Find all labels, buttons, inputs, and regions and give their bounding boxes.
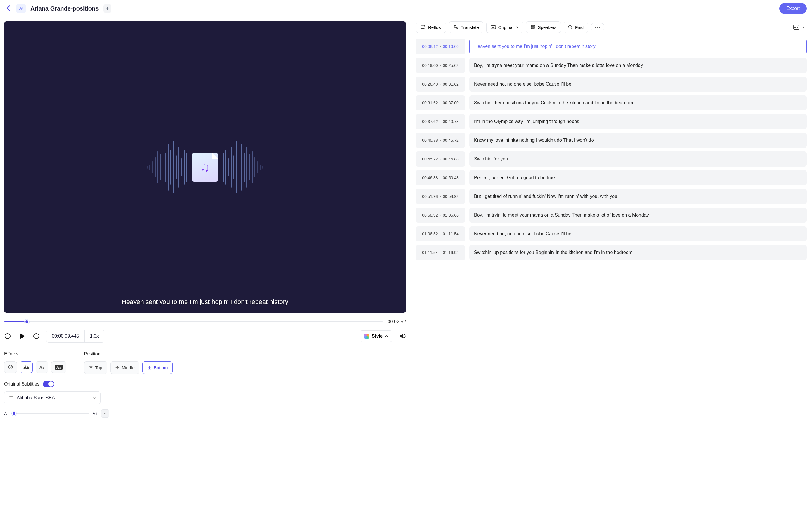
- position-bottom-label: Bottom: [154, 365, 168, 370]
- caption-start: 01:11.54: [422, 250, 438, 255]
- caption-start: 00:08.12: [422, 44, 438, 49]
- add-tab-button[interactable]: +: [103, 4, 112, 13]
- volume-button[interactable]: [399, 333, 406, 340]
- svg-rect-12: [794, 25, 799, 29]
- caption-time[interactable]: 00:46.88-00:50.48: [416, 170, 465, 185]
- chevron-down-icon: [516, 26, 519, 28]
- caption-end: 00:25.62: [443, 63, 459, 68]
- reflow-button[interactable]: Reflow: [416, 21, 446, 33]
- caption-row[interactable]: 00:40.78-00:45.72Know my love infinite n…: [416, 133, 807, 148]
- caption-row[interactable]: 00:37.62-00:40.78I'm in the Olympics way…: [416, 114, 807, 129]
- style-button[interactable]: Style: [360, 330, 392, 342]
- svg-point-9: [595, 27, 596, 28]
- dash: -: [440, 250, 441, 255]
- caption-text[interactable]: Never need no, no one else, babe Cause I…: [469, 226, 807, 241]
- aa-boxed-icon: Aa: [55, 365, 62, 370]
- caption-time[interactable]: 00:26.40-00:31.62: [416, 77, 465, 92]
- caption-start: 00:45.72: [422, 157, 438, 161]
- find-label: Find: [575, 25, 584, 30]
- caption-time[interactable]: 00:40.78-00:45.72: [416, 133, 465, 148]
- caption-time[interactable]: 00:45.72-00:46.88: [416, 151, 465, 166]
- effect-outline-button[interactable]: Aa: [20, 361, 33, 373]
- original-button[interactable]: Original: [486, 21, 523, 33]
- caption-row[interactable]: 01:11.54-01:16.92Switchin' up positions …: [416, 245, 807, 260]
- caption-text[interactable]: Boy, I'm tryna meet your mama on a Sunda…: [469, 58, 807, 73]
- caption-time[interactable]: 00:19.00-00:25.62: [416, 58, 465, 73]
- view-mode-button[interactable]: [792, 23, 806, 32]
- caption-text[interactable]: Heaven sent you to me I'm just hopin' I …: [469, 39, 807, 54]
- caption-row[interactable]: 00:51.98-00:58.92But I get tired of runn…: [416, 189, 807, 204]
- speakers-button[interactable]: Speakers: [526, 21, 561, 33]
- back-button[interactable]: [5, 4, 12, 13]
- font-size-slider[interactable]: [12, 413, 89, 414]
- position-top-button[interactable]: Top: [84, 361, 107, 374]
- playback-speed[interactable]: 1.0x: [85, 330, 104, 342]
- caption-start: 00:46.88: [422, 175, 438, 180]
- dash: -: [440, 119, 441, 124]
- current-timecode[interactable]: 00:00:09.445: [46, 330, 84, 342]
- caption-start: 00:19.00: [422, 63, 438, 68]
- caption-text[interactable]: Never need no, no one else, babe Cause I…: [469, 77, 807, 92]
- more-button[interactable]: [591, 23, 604, 31]
- align-top-icon: [89, 366, 93, 370]
- position-bottom-button[interactable]: Bottom: [142, 361, 173, 374]
- header-left: Ariana Grande-positions +: [5, 4, 112, 13]
- position-middle-button[interactable]: Middle: [110, 361, 140, 374]
- caption-row[interactable]: 00:45.72-00:46.88Switchin' for you: [416, 151, 807, 166]
- play-button[interactable]: [17, 332, 26, 340]
- dash: -: [440, 63, 441, 68]
- caption-row[interactable]: 00:31.62-00:37.00Switchin' them position…: [416, 95, 807, 111]
- forward-button[interactable]: [33, 333, 40, 340]
- translate-button[interactable]: Translate: [449, 21, 483, 33]
- rewind-button[interactable]: [4, 333, 11, 340]
- original-label: Original: [498, 25, 513, 30]
- caption-text[interactable]: Switchin' for you: [469, 151, 807, 166]
- caption-start: 00:40.78: [422, 138, 438, 143]
- caption-row[interactable]: 01:06.52-01:11.54Never need no, no one e…: [416, 226, 807, 241]
- caption-time[interactable]: 00:51.98-00:58.92: [416, 189, 465, 204]
- seek-bar[interactable]: [4, 321, 383, 322]
- original-subtitles-label: Original Subtitles: [4, 381, 40, 387]
- caption-list[interactable]: 00:08.12-00:16.66Heaven sent you to me I…: [410, 38, 812, 527]
- caption-row[interactable]: 00:58.92-01:05.66Boy, I'm tryin' to meet…: [416, 207, 807, 223]
- caption-text[interactable]: I'm in the Olympics way I'm jumping thro…: [469, 114, 807, 129]
- font-color-picker[interactable]: [101, 410, 110, 418]
- caption-text[interactable]: Boy, I'm tryin' to meet your mama on a S…: [469, 207, 807, 223]
- caption-time[interactable]: 00:31.62-00:37.00: [416, 95, 465, 111]
- position-middle-label: Middle: [122, 365, 134, 370]
- caption-row[interactable]: 00:19.00-00:25.62Boy, I'm tryna meet you…: [416, 58, 807, 73]
- caption-text[interactable]: Perfect, perfect Girl too good to be tru…: [469, 170, 807, 185]
- effect-normal-button[interactable]: Aa: [36, 361, 48, 373]
- caption-text[interactable]: But I get tired of runnin' and fuckin' N…: [469, 189, 807, 204]
- align-middle-icon: [115, 366, 119, 370]
- effect-none-button[interactable]: [4, 361, 17, 373]
- video-preview[interactable]: ♫ Heaven sent you to me I'm just hopin' …: [4, 21, 406, 313]
- font-select[interactable]: Alibaba Sans SEA: [4, 391, 101, 404]
- caption-end: 00:45.72: [443, 138, 459, 143]
- caption-end: 00:16.66: [443, 44, 459, 49]
- dash: -: [440, 44, 441, 49]
- caption-end: 01:16.92: [443, 250, 459, 255]
- caption-row[interactable]: 00:26.40-00:31.62Never need no, no one e…: [416, 77, 807, 92]
- caption-text[interactable]: Switchin' them positions for you Cookin …: [469, 95, 807, 111]
- original-subtitles-toggle[interactable]: [43, 381, 54, 387]
- caption-time[interactable]: 00:58.92-01:05.66: [416, 207, 465, 223]
- svg-line-8: [571, 28, 572, 29]
- export-button[interactable]: Export: [779, 3, 807, 14]
- caption-end: 01:05.66: [443, 213, 459, 218]
- caption-text[interactable]: Switchin' up positions for you Beginnin'…: [469, 245, 807, 260]
- caption-time[interactable]: 01:11.54-01:16.92: [416, 245, 465, 260]
- position-top-label: Top: [95, 365, 102, 370]
- caption-time[interactable]: 01:06.52-01:11.54: [416, 226, 465, 241]
- caption-time[interactable]: 00:37.62-00:40.78: [416, 114, 465, 129]
- caption-row[interactable]: 00:08.12-00:16.66Heaven sent you to me I…: [416, 39, 807, 54]
- effect-boxed-button[interactable]: Aa: [51, 361, 67, 373]
- search-icon: [568, 25, 573, 30]
- font-name: Alibaba Sans SEA: [17, 395, 55, 400]
- caption-text[interactable]: Know my love infinite nothing I wouldn't…: [469, 133, 807, 148]
- find-button[interactable]: Find: [564, 21, 588, 33]
- caption-time[interactable]: 00:08.12-00:16.66: [416, 39, 465, 54]
- left-panel: ♫ Heaven sent you to me I'm just hopin' …: [0, 17, 410, 527]
- caption-end: 00:50.48: [443, 175, 459, 180]
- caption-row[interactable]: 00:46.88-00:50.48Perfect, perfect Girl t…: [416, 170, 807, 185]
